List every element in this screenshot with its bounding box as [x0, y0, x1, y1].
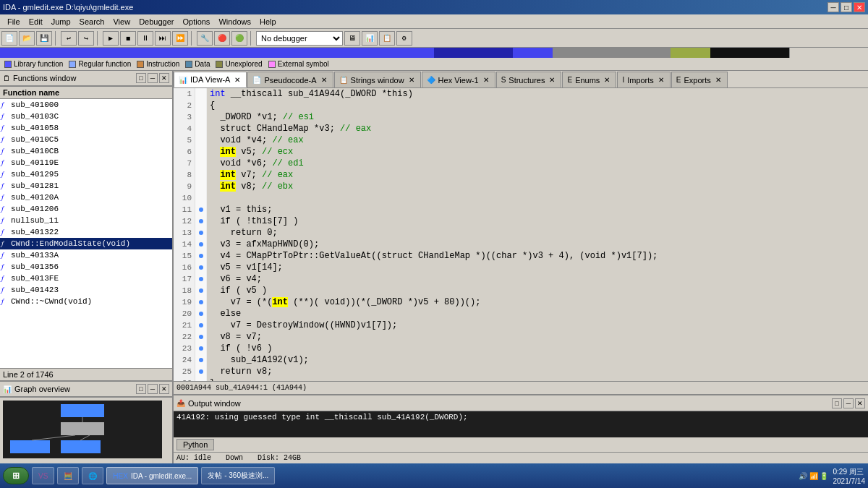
func-CWnd-destructor[interactable]: 𝑓 CWnd::~CWnd(void): [0, 296, 172, 307]
menu-options[interactable]: Options: [178, 17, 214, 27]
functions-panel-controls: □ ─ ✕: [136, 73, 169, 83]
graph-panel-minimize[interactable]: ─: [148, 384, 158, 394]
func-icon-8: 𝑓: [1, 194, 9, 202]
tb-open[interactable]: 📂: [19, 31, 35, 46]
tb-btn3[interactable]: ▶: [103, 31, 119, 46]
menu-view[interactable]: View: [109, 17, 135, 27]
func-icon-17: 𝑓: [1, 298, 9, 306]
menu-file[interactable]: File: [3, 17, 25, 27]
func-sub_401322[interactable]: 𝑓 sub_401322: [0, 226, 172, 238]
func-sub_401058[interactable]: 𝑓 sub_401058: [0, 122, 172, 134]
maximize-button[interactable]: □: [841, 2, 852, 12]
kw-int-v8: int: [220, 181, 236, 192]
menu-help[interactable]: Help: [255, 17, 281, 27]
tab-exports[interactable]: E Exports ✕: [671, 72, 728, 87]
tab-pseudo-close[interactable]: ✕: [320, 76, 328, 85]
functions-panel-close[interactable]: ✕: [159, 73, 169, 83]
output-minimize[interactable]: ─: [843, 398, 854, 408]
func-sub_401295[interactable]: 𝑓 sub_401295: [0, 168, 172, 180]
tab-enums[interactable]: E Enums ✕: [562, 72, 616, 87]
function-list[interactable]: 𝑓 sub_401000 𝑓 sub_40103C 𝑓 sub_401058 𝑓…: [0, 99, 172, 368]
func-label-8: sub_40120A: [11, 193, 59, 202]
linenum-12: 12: [176, 215, 192, 227]
code-line-24: sub_41A192(v1);: [210, 354, 865, 366]
func-nullsub_11[interactable]: 𝑓 nullsub_11: [0, 215, 172, 226]
menu-jump[interactable]: Jump: [47, 17, 75, 27]
menu-windows[interactable]: Windows: [214, 17, 255, 27]
func-sub_40120A[interactable]: 𝑓 sub_40120A: [0, 192, 172, 203]
tb-undo[interactable]: ↩: [61, 31, 77, 46]
menu-debugger[interactable]: Debugger: [135, 17, 178, 27]
tb-dbg4[interactable]: ⚙: [396, 31, 412, 46]
graph-overview-label: Graph overview: [14, 385, 70, 393]
func-sub_4010C5[interactable]: 𝑓 sub_4010C5: [0, 134, 172, 145]
linenum-20: 20: [176, 308, 192, 320]
func-icon-6: 𝑓: [1, 171, 9, 179]
tab-imports[interactable]: I Imports ✕: [617, 72, 670, 87]
tab-hex[interactable]: 🔷 Hex View-1 ✕: [422, 72, 495, 87]
linenum-24: 24: [176, 354, 192, 366]
func-sub_401206[interactable]: 𝑓 sub_401206: [0, 203, 172, 215]
tb-redo[interactable]: ↪: [78, 31, 94, 46]
func-icon-1: 𝑓: [1, 113, 9, 121]
function-name-column: Function name: [3, 88, 59, 97]
tab-hex-close[interactable]: ✕: [482, 76, 490, 85]
tab-ida-close[interactable]: ✕: [233, 75, 242, 84]
tab-enum-close[interactable]: ✕: [603, 76, 611, 85]
tab-strings-close[interactable]: ✕: [407, 76, 416, 85]
func-sub_401423[interactable]: 𝑓 sub_401423: [0, 284, 172, 296]
tb-btn10[interactable]: 🟢: [231, 31, 247, 46]
debugger-dropdown[interactable]: No debugger: [256, 31, 343, 46]
tb-btn4[interactable]: ◼: [120, 31, 136, 46]
tab-strings[interactable]: 📋 Strings window ✕: [334, 72, 421, 87]
output-close[interactable]: ✕: [855, 398, 865, 408]
graph-panel-close[interactable]: ✕: [159, 384, 169, 394]
func-sub_40133A[interactable]: 𝑓 sub_40133A: [0, 249, 172, 261]
tb-save[interactable]: 💾: [36, 31, 52, 46]
tab-imports-icon: I: [622, 76, 624, 84]
func-label-11: sub_401322: [11, 228, 59, 236]
output-float[interactable]: □: [832, 398, 842, 408]
functions-panel-minimize[interactable]: ─: [148, 73, 158, 83]
func-icon-0: 𝑓: [1, 101, 9, 109]
tb-btn7[interactable]: ⏩: [172, 31, 188, 46]
tb-btn8[interactable]: 🔧: [197, 31, 213, 46]
linenum-7: 7: [176, 158, 192, 169]
tb-new[interactable]: 📄: [1, 31, 17, 46]
tab-exports-close[interactable]: ✕: [714, 76, 723, 85]
dot-19: [195, 296, 206, 308]
func-sub_4010CB[interactable]: 𝑓 sub_4010CB: [0, 145, 172, 157]
tab-pseudocode[interactable]: 📄 Pseudocode-A ✕: [247, 72, 333, 87]
code-line-20: else: [210, 308, 865, 320]
tb-btn6[interactable]: ⏭: [155, 31, 171, 46]
code-scroll-container[interactable]: 1 2 3 4 5 6 7 8 9 10 11 12 13 14: [174, 88, 868, 381]
tab-ida-label: IDA View-A: [190, 75, 230, 84]
minimize-button[interactable]: ─: [827, 2, 839, 12]
func-label-2: sub_401058: [11, 124, 59, 132]
code-line-9: int v8; // ebx: [210, 181, 865, 192]
func-sub_40103C[interactable]: 𝑓 sub_40103C: [0, 111, 172, 122]
func-sub_4013FE[interactable]: 𝑓 sub_4013FE: [0, 273, 172, 284]
tab-structures[interactable]: S Structures ✕: [496, 72, 562, 87]
tb-dbg1[interactable]: 🖥: [344, 31, 360, 46]
tab-struct-close[interactable]: ✕: [548, 76, 556, 85]
func-EndModalState[interactable]: 𝑓 CWnd::EndModalState(void): [0, 238, 172, 249]
functions-panel-float[interactable]: □: [136, 73, 146, 83]
func-sub_401000[interactable]: 𝑓 sub_401000: [0, 99, 172, 111]
func-sub_40119E[interactable]: 𝑓 sub_40119E: [0, 157, 172, 168]
graph-panel-float[interactable]: □: [136, 384, 146, 394]
tb-btn9[interactable]: 🔴: [214, 31, 230, 46]
legend-regular-label: Regular function: [78, 60, 131, 68]
tb-btn5[interactable]: ⏸: [137, 31, 153, 46]
func-sub_401281[interactable]: 𝑓 sub_401281: [0, 180, 172, 192]
func-sub_401356[interactable]: 𝑓 sub_401356: [0, 261, 172, 273]
close-button[interactable]: ✕: [854, 2, 865, 12]
tab-imports-close[interactable]: ✕: [657, 76, 665, 85]
right-content: 📊 IDA View-A ✕ 📄 Pseudocode-A ✕ 📋 String…: [174, 71, 868, 463]
menu-search[interactable]: Search: [75, 17, 109, 27]
tb-dbg3[interactable]: 📋: [379, 31, 395, 46]
menu-edit[interactable]: Edit: [25, 17, 47, 27]
output-tab-python[interactable]: Python: [176, 439, 214, 450]
tab-ida-view[interactable]: 📊 IDA View-A ✕: [174, 72, 247, 87]
tb-dbg2[interactable]: 📊: [362, 31, 378, 46]
